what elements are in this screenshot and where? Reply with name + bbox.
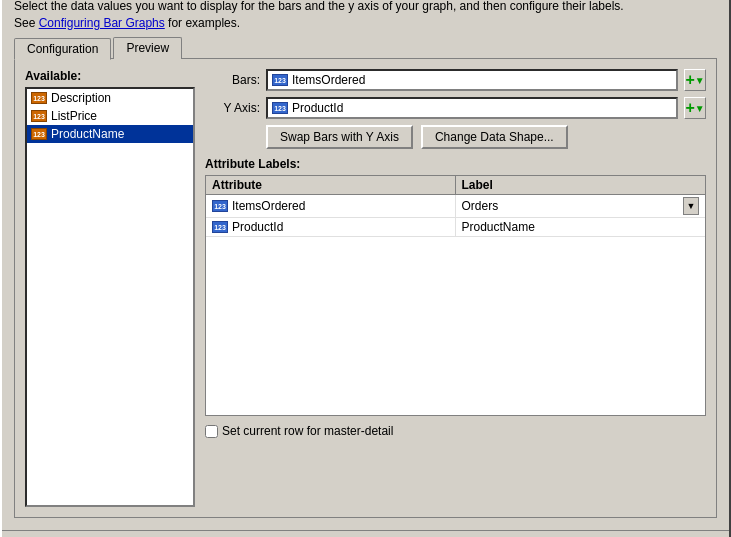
- yaxis-value: ProductId: [292, 101, 343, 115]
- yaxis-input[interactable]: 123 ProductId: [266, 97, 678, 119]
- attribute-labels-section: Attribute Labels: Attribute Label 123 It…: [205, 157, 706, 416]
- field-icon: 123: [31, 92, 47, 104]
- dropdown-arrow-icon[interactable]: ▼: [683, 197, 699, 215]
- yaxis-label: Y Axis:: [205, 101, 260, 115]
- bars-label: Bars:: [205, 73, 260, 87]
- list-item-label: Description: [51, 91, 111, 105]
- master-detail-checkbox-row[interactable]: Set current row for master-detail: [205, 424, 706, 438]
- label-cell: ProductName: [456, 218, 706, 236]
- attribute-cell: 123 ItemsOrdered: [206, 195, 456, 217]
- dropdown-arrow-icon: ▼: [695, 103, 705, 114]
- description-line1: Select the data values you want to displ…: [14, 0, 624, 13]
- bars-value: ItemsOrdered: [292, 73, 365, 87]
- label-cell[interactable]: Orders ▼: [456, 195, 706, 217]
- list-item[interactable]: 123 Description: [27, 89, 193, 107]
- table-body: 123 ItemsOrdered Orders ▼: [206, 195, 705, 415]
- available-label: Available:: [25, 69, 195, 83]
- column-attribute: Attribute: [206, 176, 456, 194]
- list-item-label: ListPrice: [51, 109, 97, 123]
- master-detail-checkbox[interactable]: [205, 425, 218, 438]
- bars-row: Bars: 123 ItemsOrdered + ▼: [205, 69, 706, 91]
- left-panel: Available: 123 Description 123 ListPrice…: [25, 69, 195, 507]
- field-icon: 123: [31, 110, 47, 122]
- action-buttons: Swap Bars with Y Axis Change Data Shape.…: [266, 125, 706, 149]
- plus-icon: +: [685, 100, 694, 116]
- description-line2-suffix: for examples.: [165, 16, 240, 30]
- attribute-name: ProductId: [232, 220, 283, 234]
- list-item-label: ProductName: [51, 127, 124, 141]
- table-row: 123 ProductId ProductName: [206, 218, 705, 237]
- tab-preview[interactable]: Preview: [113, 37, 182, 59]
- label-value: ProductName: [462, 220, 535, 234]
- table-header: Attribute Label: [206, 176, 705, 195]
- list-item-selected[interactable]: 123 ProductName: [27, 125, 193, 143]
- dialog-footer: Help OK Cancel: [2, 530, 729, 537]
- dialog-window: Create Horizontal Bar Graph ✕ Select the…: [0, 0, 731, 537]
- bars-input[interactable]: 123 ItemsOrdered: [266, 69, 678, 91]
- description-line2-prefix: See: [14, 16, 39, 30]
- plus-icon: +: [685, 72, 694, 88]
- table-row: 123 ItemsOrdered Orders ▼: [206, 195, 705, 218]
- attr-field-icon: 123: [212, 221, 228, 233]
- bars-add-button[interactable]: + ▼: [684, 69, 706, 91]
- tab-content: Available: 123 Description 123 ListPrice…: [14, 58, 717, 518]
- label-dropdown[interactable]: Orders ▼: [462, 197, 700, 215]
- swap-bars-button[interactable]: Swap Bars with Y Axis: [266, 125, 413, 149]
- change-data-shape-button[interactable]: Change Data Shape...: [421, 125, 568, 149]
- master-detail-label: Set current row for master-detail: [222, 424, 393, 438]
- description-text: Select the data values you want to displ…: [14, 0, 717, 31]
- tab-bar: Configuration Preview: [14, 37, 717, 59]
- dialog-body: Select the data values you want to displ…: [2, 0, 729, 526]
- attr-field-icon: 123: [212, 200, 228, 212]
- available-list: 123 Description 123 ListPrice 123 Produc…: [25, 87, 195, 507]
- tab-configuration[interactable]: Configuration: [14, 38, 111, 60]
- field-icon: 123: [31, 128, 47, 140]
- list-item[interactable]: 123 ListPrice: [27, 107, 193, 125]
- attribute-table: Attribute Label 123 ItemsOrdered: [205, 175, 706, 416]
- dropdown-arrow-icon: ▼: [695, 75, 705, 86]
- attribute-cell: 123 ProductId: [206, 218, 456, 236]
- yaxis-row: Y Axis: 123 ProductId + ▼: [205, 97, 706, 119]
- right-panel: Bars: 123 ItemsOrdered + ▼ Y Axis: 123: [205, 69, 706, 507]
- configuring-bar-graphs-link[interactable]: Configuring Bar Graphs: [39, 16, 165, 30]
- yaxis-add-button[interactable]: + ▼: [684, 97, 706, 119]
- attribute-labels-title: Attribute Labels:: [205, 157, 706, 171]
- yaxis-field-icon: 123: [272, 102, 288, 114]
- bars-field-icon: 123: [272, 74, 288, 86]
- column-label: Label: [456, 176, 706, 194]
- attribute-name: ItemsOrdered: [232, 199, 305, 213]
- label-value: Orders: [462, 199, 684, 213]
